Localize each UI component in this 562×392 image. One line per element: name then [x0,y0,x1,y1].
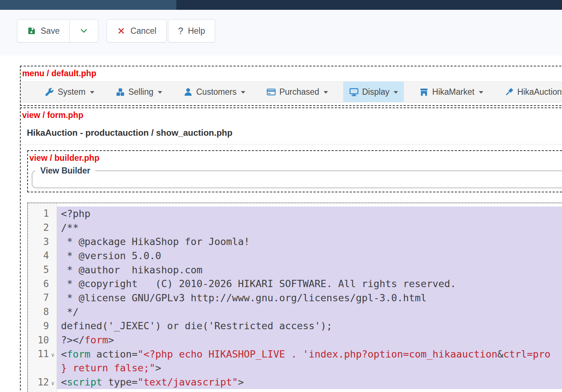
menu-item-label: System [58,87,86,97]
line-number: 2 [43,222,49,233]
save-dropdown-button[interactable] [70,20,98,42]
code-line[interactable]: <script type="text/javascript"> [61,375,562,389]
chevron-down-icon [79,26,88,35]
gutter-row: 11∨ [28,347,57,361]
help-button[interactable]: ? Help [168,20,215,42]
line-number: 8 [43,306,49,317]
monitor-icon [349,87,359,97]
gutter-row: 10 [28,333,57,347]
line-number: 5 [43,264,49,275]
menu-item-label: Display [362,87,389,97]
gavel-icon [504,87,514,97]
menu-item-system[interactable]: System [39,82,100,102]
menu-item-label: HikaAuction [517,87,562,97]
save-floppy-icon [27,26,36,35]
code-line[interactable]: * @license GNU/GPLv3 http://www.gnu.org/… [61,291,562,305]
menu-bar: SystemSellingCustomersPurchasedDisplayHi… [21,81,562,102]
gutter-row: 1 [28,207,57,221]
gutter-row: 12∨ [28,375,57,389]
gutter-row: 3 [28,234,57,249]
code-editor[interactable]: 1234567891011∨12∨ <?php/** * @package Hi… [27,203,562,392]
fold-spacer [49,339,57,341]
save-button-label: Save [41,26,60,36]
code-line[interactable]: * @author hikashop.com [61,263,562,277]
code-line[interactable]: */ [61,305,562,319]
fold-spacer [49,241,57,243]
question-mark-icon: ? [178,26,183,36]
menu-item-hikamarket[interactable]: HikaMarket [413,82,489,102]
builder-template-label: view / builder.php [28,151,562,164]
code-token: "<?php echo HIKASHOP_LIVE . 'index.php?o… [138,348,497,360]
cancel-button[interactable]: Cancel [107,20,166,42]
code-line[interactable]: } return false;"> [61,361,562,375]
code-token: <?php [61,208,90,219]
menu-template-box: menu / default.php SystemSellingCustomer… [20,66,562,106]
fold-chevron-icon[interactable]: ∨ [49,350,57,358]
user-icon [183,87,193,97]
code-line[interactable]: * @version 5.0.0 [61,249,562,263]
chevron-down-icon [394,91,398,94]
code-line[interactable]: * @package HikaShop for Joomla! [61,234,562,249]
menu-item-selling[interactable]: Selling [110,82,168,102]
heading-divider [21,144,562,144]
view-builder-fieldset: View Builder [32,166,562,188]
menu-item-label: Selling [128,87,153,97]
code-line[interactable]: defined('_JEXEC') or die('Restricted acc… [61,319,562,333]
menu-item-purchased[interactable]: Purchased [261,82,334,102]
line-number: 11 [38,348,49,359]
code-token: * @author hikashop.com [61,264,202,275]
line-number: 1 [43,208,49,219]
code-token: /** [61,222,79,233]
gutter-row: 9 [28,319,57,333]
code-line[interactable]: /** [61,221,562,235]
menu-item-label: HikaMarket [432,87,474,97]
line-number: 9 [43,320,49,331]
top-bar-left-segment [0,0,176,10]
save-button[interactable]: Save [17,20,69,42]
fold-chevron-icon[interactable]: ∨ [49,378,57,387]
menu-item-display[interactable]: Display [343,82,404,102]
gutter-row: 6 [28,277,57,291]
code-token: * @version 5.0.0 [61,250,161,261]
code-line[interactable]: * @copyright (C) 2010-2026 HIKARI SOFTWA… [61,277,562,291]
fold-spacer [49,311,57,313]
code-area[interactable]: <?php/** * @package HikaShop for Joomla!… [57,203,562,392]
toolbar: Save Cancel ? Help [0,10,562,56]
code-line[interactable]: <?php [61,207,562,221]
fold-spacer [49,367,57,369]
credit-card-icon [266,87,276,97]
line-number: 3 [43,236,49,247]
line-number: 6 [43,278,49,289]
fold-spacer [49,283,57,285]
fold-spacer [49,254,57,257]
code-token: > [155,362,161,373]
code-token: type= [102,376,138,388]
menu-item-hikaauction[interactable]: HikaAuction [499,82,562,102]
gutter-row: 5 [28,263,57,277]
code-token: & [497,348,503,360]
store-icon [419,87,429,97]
view-template-label: view / form.php [21,108,562,122]
fold-spacer [49,269,57,271]
code-token: < [61,376,67,388]
code-line[interactable]: <form action="<?php echo HIKASHOP_LIVE .… [61,347,562,361]
fold-spacer [49,226,57,229]
top-bar-right-segment [176,0,562,10]
cancel-button-label: Cancel [130,26,156,36]
fold-spacer [49,325,57,327]
menu-template-label: menu / default.php [21,66,562,80]
menu-item-customers[interactable]: Customers [177,82,251,102]
top-bar [0,0,562,10]
chevron-down-icon [479,91,483,94]
code-gutter: 1234567891011∨12∨ [28,203,57,392]
code-token: */ [61,306,79,318]
code-token: < [61,348,67,360]
code-token: ctrl=pro [503,348,550,360]
code-token: * @license GNU/GPLv3 http://www.gnu.org/… [61,292,427,303]
code-line[interactable]: ?></form> [61,333,562,347]
gutter-row: 7 [28,291,57,305]
cubes-icon [115,87,125,97]
code-token: "text/javascript" [138,376,238,388]
menu-item-label: Customers [196,87,237,97]
view-builder-legend: View Builder [35,166,95,176]
